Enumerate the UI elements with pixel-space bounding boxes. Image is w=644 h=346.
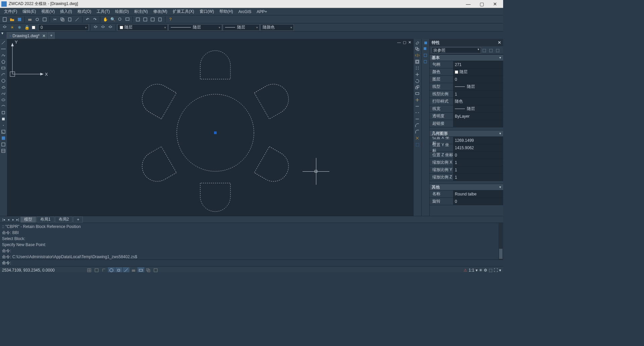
selection-type-dropdown[interactable]: 块参照 — [432, 47, 481, 53]
command-input[interactable] — [12, 261, 501, 266]
line-icon[interactable] — [0, 40, 7, 46]
move-icon[interactable] — [414, 71, 421, 77]
property-row[interactable]: 名称Round talbe — [430, 190, 503, 198]
lineweight-dropdown[interactable]: 随层 — [223, 24, 260, 31]
menu-app[interactable]: APP+ — [254, 9, 270, 14]
redo-icon[interactable]: ↷ — [92, 16, 98, 23]
property-row[interactable]: 缩放比例 Z1 — [430, 174, 503, 181]
insert-block-icon[interactable] — [0, 110, 7, 116]
property-value[interactable]: 随层 — [453, 83, 503, 90]
property-value[interactable]: 271 — [453, 61, 503, 68]
quick-select-icon[interactable]: ⬚ — [482, 48, 488, 53]
arc-icon[interactable] — [0, 71, 7, 77]
cmd-scrollbar[interactable] — [498, 223, 503, 260]
lwt-toggle[interactable] — [130, 267, 137, 273]
file-tab[interactable]: ▫ Drawing1.dwg* ✕ — [7, 32, 47, 39]
minimize-button[interactable]: — — [462, 1, 475, 7]
layer-lock-icon[interactable]: 🔒 — [23, 24, 30, 31]
chamfer-icon[interactable] — [414, 122, 421, 128]
join-icon[interactable] — [414, 116, 421, 122]
zoom-prev-icon[interactable] — [117, 16, 123, 23]
property-row[interactable]: 旋转0 — [430, 198, 503, 205]
dyn-toggle[interactable] — [138, 267, 144, 273]
layout-prev-icon[interactable]: ◂ — [6, 218, 11, 221]
property-row[interactable]: 透明度ByLayer — [430, 113, 503, 120]
new-icon[interactable] — [1, 16, 8, 23]
workspace-icon[interactable]: ⚙ — [484, 268, 487, 273]
spline-icon[interactable] — [0, 91, 7, 97]
ortho-toggle[interactable] — [101, 267, 107, 273]
clean-screen-icon[interactable]: ⛶ — [494, 268, 498, 273]
zoom-icon[interactable]: 🔍 — [109, 16, 116, 23]
section-other[interactable]: 其他 — [430, 184, 503, 190]
property-row[interactable]: 缩放比例 Y1 — [430, 166, 503, 174]
section-geometry[interactable]: 几何图形 — [430, 130, 503, 137]
polyline-icon[interactable] — [0, 52, 7, 58]
property-row[interactable]: 位置 Z 坐标0 — [430, 152, 503, 159]
trim-icon[interactable] — [414, 97, 421, 103]
property-row[interactable]: 缩放比例 X1 — [430, 159, 503, 166]
property-row[interactable]: 图层0 — [430, 76, 503, 83]
menu-arcgis[interactable]: ArcGIS — [236, 9, 254, 14]
polygon-icon[interactable] — [0, 59, 7, 65]
property-row[interactable]: 线型比例1 — [430, 91, 503, 98]
layer-dropdown[interactable]: 随层 — [117, 24, 168, 31]
revcloud-icon[interactable] — [0, 84, 7, 90]
print-icon[interactable] — [26, 16, 33, 23]
layer-freeze-icon[interactable]: ❄ — [16, 24, 23, 31]
layout-last-icon[interactable]: ▸| — [15, 218, 20, 221]
break-icon[interactable] — [414, 110, 421, 116]
property-value[interactable]: 0 — [453, 152, 503, 159]
property-value[interactable]: 1 — [453, 91, 503, 98]
property-row[interactable]: 打印样式随色 — [430, 98, 503, 105]
property-row[interactable]: 位置 Y 坐标1415.9062 — [430, 144, 503, 152]
property-value[interactable] — [453, 120, 503, 127]
property-value[interactable]: 1 — [453, 174, 503, 181]
bring-above-icon[interactable] — [422, 52, 429, 58]
layout-next-icon[interactable]: ▸ — [11, 218, 15, 221]
property-value[interactable]: 随色 — [453, 98, 503, 105]
paste-icon[interactable] — [66, 16, 73, 23]
property-value[interactable]: 1269.1499 — [453, 137, 503, 144]
tab-close-icon[interactable]: ✕ — [42, 34, 46, 38]
layer-uniso-icon[interactable] — [107, 24, 114, 31]
tool-palette-icon[interactable] — [149, 16, 156, 23]
coordinates-display[interactable]: 2534.7109, 933.2345, 0.0000 — [2, 268, 86, 273]
osnap-toggle[interactable] — [115, 267, 122, 273]
copy-obj-icon[interactable] — [414, 46, 421, 52]
zoom-window-icon[interactable] — [124, 16, 131, 23]
layer-prev-icon[interactable] — [92, 24, 99, 31]
publish-icon[interactable] — [41, 16, 48, 23]
property-value[interactable]: 0 — [453, 76, 503, 83]
open-icon[interactable] — [9, 16, 15, 23]
matchprop-icon[interactable] — [74, 16, 80, 23]
menu-edit[interactable]: 编辑(E) — [20, 9, 39, 14]
layer-state-icon[interactable]: ☀ — [9, 24, 15, 31]
snap-toggle[interactable] — [86, 267, 93, 273]
annoscale-lock-icon[interactable]: ✳ — [479, 268, 482, 273]
layout-tab-1[interactable]: 布局1 — [37, 217, 54, 223]
send-under-icon[interactable] — [422, 59, 429, 65]
menu-draw[interactable]: 绘图(D) — [112, 9, 131, 14]
select-objects-icon[interactable]: ⬚ — [489, 48, 494, 53]
close-button[interactable]: ✕ — [488, 1, 502, 7]
calculator-icon[interactable] — [157, 16, 163, 23]
mirror-icon[interactable] — [414, 52, 421, 58]
drawing-canvas[interactable]: — ▢ ✕ — [7, 39, 413, 216]
menu-file[interactable]: 文件(F) — [1, 9, 20, 14]
maximize-button[interactable]: ▢ — [475, 1, 488, 7]
property-value[interactable]: 1 — [453, 166, 503, 173]
scale-icon[interactable] — [414, 84, 421, 90]
property-value[interactable]: 随层 — [453, 105, 503, 112]
property-row[interactable]: 线宽随层 — [430, 105, 503, 113]
polar-toggle[interactable] — [108, 267, 115, 273]
property-row[interactable]: 超链接 — [430, 120, 503, 127]
property-value[interactable]: Round talbe — [453, 190, 503, 197]
align-icon[interactable]: ⬚ — [414, 141, 421, 148]
layer-color-icon[interactable] — [31, 24, 38, 31]
gradient-icon[interactable] — [0, 135, 7, 141]
section-basic[interactable]: 基本 — [430, 54, 503, 61]
property-row[interactable]: 线型随层 — [430, 83, 503, 91]
linetype-dropdown[interactable]: 随层 — [168, 24, 222, 31]
array-icon[interactable] — [414, 65, 421, 71]
